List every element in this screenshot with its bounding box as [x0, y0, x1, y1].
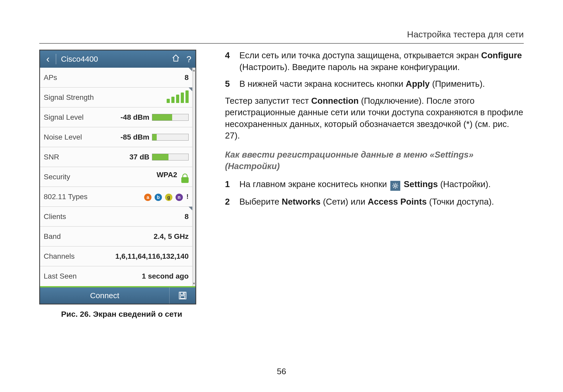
instruction-text: 4 Если сеть или точка доступа защищена, …: [225, 50, 524, 319]
page-number: 56: [0, 367, 563, 376]
step-2: 2 Выберите Networks (Сети) или Access Po…: [225, 196, 524, 208]
device-title: Cisco4400: [56, 55, 169, 64]
text-fragment: Тестер запустит тест: [225, 96, 311, 106]
svg-line-10: [397, 187, 397, 188]
bold-term: Configure: [481, 50, 522, 60]
row-value: 1,6,11,64,116,132,140: [115, 252, 189, 261]
paragraph-connection: Тестер запустит тест Connection (Подключ…: [225, 95, 524, 142]
svg-line-11: [393, 187, 394, 188]
row-label: SNR: [44, 153, 59, 161]
svg-rect-3: [181, 296, 185, 298]
bold-term: Settings: [404, 179, 438, 189]
text-fragment: На главном экране коснитесь кнопки: [239, 179, 389, 189]
save-button[interactable]: [169, 287, 195, 304]
step-5: 5 В нижней части экрана коснитесь кнопки…: [225, 78, 524, 90]
svg-rect-2: [183, 293, 184, 294]
row-channels[interactable]: Channels 1,6,11,64,116,132,140: [40, 246, 192, 266]
lock-icon: [181, 174, 189, 183]
row-last-seen[interactable]: Last Seen 1 second ago: [40, 266, 192, 286]
text-fragment: (Точки доступа).: [427, 197, 494, 206]
level-bar: [152, 154, 189, 160]
back-icon[interactable]: ‹: [40, 54, 56, 65]
text-fragment: В нижней части экрана коснитесь кнопки: [239, 79, 406, 89]
scroll-down-icon[interactable]: ▼: [193, 282, 196, 285]
type-n-icon: n: [176, 194, 183, 201]
page-header: Настройка тестера для сети: [407, 29, 524, 39]
connect-button[interactable]: Connect: [40, 291, 169, 300]
type-b-icon: b: [155, 194, 162, 201]
figure-caption: Рис. 26. Экран сведений о сети: [39, 310, 204, 319]
help-icon[interactable]: ?: [182, 54, 195, 64]
scroll-up-icon[interactable]: ▲: [193, 69, 196, 72]
text-fragment: (Сети) или: [320, 197, 368, 206]
row-label: Clients: [44, 212, 66, 221]
row-aps[interactable]: APs 8: [40, 68, 192, 88]
bold-term: Networks: [282, 197, 321, 206]
row-snr[interactable]: SNR 37 dB: [40, 147, 192, 167]
device-screenshot: ‹ Cisco4400 ? APs 8 Sig: [39, 50, 196, 304]
subheading: Как ввести регистрационные данные в меню…: [225, 149, 524, 172]
row-label: Band: [44, 232, 61, 241]
row-value: 37 dB: [130, 153, 149, 161]
row-label: Last Seen: [44, 272, 77, 280]
step-number: 5: [225, 78, 239, 90]
row-signal-level[interactable]: Signal Level -48 dBm: [40, 107, 192, 127]
row-value: 1 second ago: [142, 272, 189, 280]
step-number: 4: [225, 50, 239, 73]
level-bar: [152, 134, 189, 141]
step-1: 1 На главном экране коснитесь кнопки Set…: [225, 178, 524, 191]
step-4: 4 Если сеть или точка доступа защищена, …: [225, 50, 524, 73]
row-80211-types[interactable]: 802.11 Types a b g n !: [40, 187, 192, 207]
device-titlebar: ‹ Cisco4400 ?: [40, 50, 195, 68]
step-number: 2: [225, 196, 239, 208]
device-footer: Connect: [40, 287, 195, 304]
row-label: Noise Level: [44, 133, 82, 141]
bold-term: Apply: [406, 79, 430, 89]
step-number: 1: [225, 178, 239, 191]
bold-term: Access Points: [368, 197, 427, 206]
level-bar: [152, 114, 189, 121]
row-label: Signal Strength: [44, 93, 94, 102]
row-value: 2.4, 5 GHz: [154, 232, 189, 241]
row-signal-strength[interactable]: Signal Strength: [40, 88, 192, 107]
home-icon[interactable]: [169, 54, 182, 64]
header-rule: [39, 43, 524, 44]
row-label: APs: [44, 73, 57, 82]
save-icon: [178, 291, 187, 300]
scrollbar[interactable]: ▲ ▼: [192, 68, 195, 286]
row-value: a b g n !: [143, 192, 189, 201]
text-fragment: (Настройки).: [438, 179, 491, 189]
text-fragment: Если сеть или точка доступа защищена, от…: [239, 50, 481, 60]
row-security[interactable]: Security WPA2: [40, 167, 192, 187]
row-clients[interactable]: Clients 8: [40, 207, 192, 227]
row-label: Signal Level: [44, 113, 84, 122]
row-value: -85 dBm: [121, 133, 149, 141]
row-value: 8: [184, 212, 189, 221]
row-noise-level[interactable]: Noise Level -85 dBm: [40, 127, 192, 147]
security-value: WPA2: [156, 171, 177, 179]
type-g-icon: g: [165, 194, 172, 201]
row-label: Security: [44, 173, 70, 181]
warning-icon: !: [186, 193, 189, 201]
row-band[interactable]: Band 2.4, 5 GHz: [40, 227, 192, 246]
svg-point-4: [394, 185, 396, 187]
row-value: -48 dBm: [121, 113, 149, 122]
row-label: Channels: [44, 252, 75, 261]
bold-term: Connection: [311, 96, 358, 106]
gear-icon: [390, 181, 400, 191]
type-a-icon: a: [144, 194, 151, 201]
row-value: 8: [184, 73, 189, 82]
row-value: WPA2: [156, 171, 189, 183]
text-fragment: (Применить).: [430, 79, 485, 89]
svg-rect-1: [181, 292, 185, 295]
text-fragment: (Настроить). Введите пароль на экране ко…: [239, 62, 460, 72]
svg-line-12: [397, 184, 397, 185]
text-fragment: Выберите: [239, 197, 282, 206]
signal-bars-icon: [167, 92, 189, 103]
row-label: 802.11 Types: [44, 193, 88, 201]
svg-line-9: [393, 184, 394, 185]
